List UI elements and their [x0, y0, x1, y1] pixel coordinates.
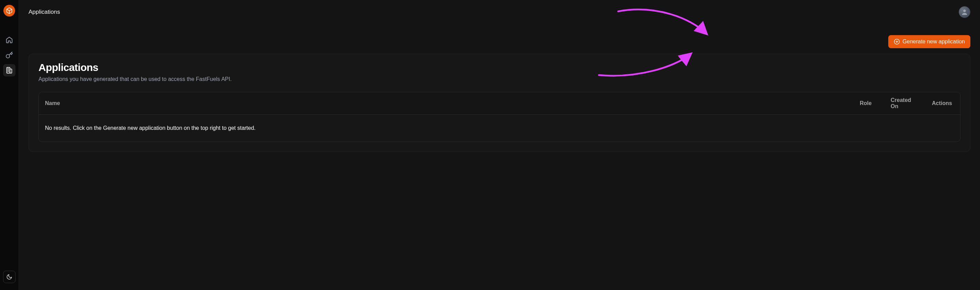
applications-table: Name Role Created On Actions No results.…	[38, 92, 961, 142]
column-header-actions: Actions	[926, 92, 960, 115]
empty-state-message: No results. Click on the Generate new ap…	[39, 115, 960, 142]
app-logo[interactable]	[3, 5, 15, 16]
moon-icon	[6, 274, 13, 280]
svg-rect-2	[10, 69, 12, 73]
avatar[interactable]	[959, 6, 970, 18]
svg-point-6	[963, 10, 966, 12]
generate-button-label: Generate new application	[903, 38, 965, 45]
main-content: Applications Generate new application Ap…	[19, 0, 980, 290]
breadcrumb: Applications	[29, 9, 60, 16]
building-icon	[5, 66, 13, 74]
card-subtitle: Applications you have generated that can…	[38, 76, 961, 82]
plus-circle-icon	[894, 38, 900, 45]
sidebar-item-home[interactable]	[3, 34, 16, 46]
generate-new-application-button[interactable]: Generate new application	[888, 35, 970, 48]
sidebar	[0, 0, 19, 290]
column-header-created-on: Created On	[885, 92, 926, 115]
cube-icon	[6, 7, 13, 14]
sidebar-item-keys[interactable]	[3, 49, 16, 61]
card-title: Applications	[38, 62, 961, 74]
column-header-role: Role	[854, 92, 885, 115]
column-header-name: Name	[39, 92, 854, 115]
sidebar-item-applications[interactable]	[3, 64, 16, 77]
applications-card: Applications Applications you have gener…	[29, 54, 970, 152]
key-icon	[5, 51, 13, 59]
home-icon	[5, 36, 13, 44]
theme-toggle[interactable]	[3, 271, 16, 283]
table-empty-row: No results. Click on the Generate new ap…	[39, 115, 960, 142]
user-icon	[961, 8, 968, 16]
